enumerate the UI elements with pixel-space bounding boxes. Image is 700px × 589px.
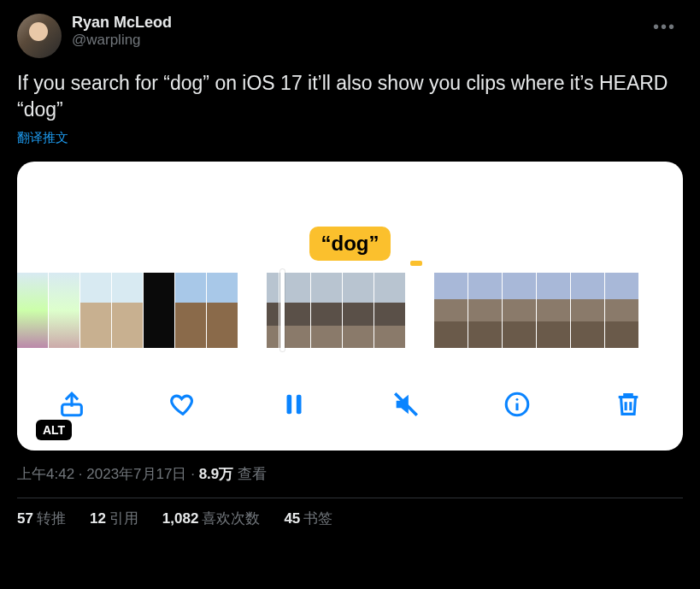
clip-thumbnail-group[interactable] xyxy=(17,273,238,348)
display-name: Ryan McLeod xyxy=(72,14,172,32)
stats-row: 57转推 12引用 1,082喜欢次数 45书签 xyxy=(17,509,683,528)
video-frame xyxy=(49,273,79,348)
video-toolbar xyxy=(17,387,683,421)
bookmarks-stat[interactable]: 45书签 xyxy=(284,509,332,528)
video-frame xyxy=(17,273,48,348)
trash-icon[interactable] xyxy=(611,387,645,421)
video-frame xyxy=(311,273,342,348)
heart-icon[interactable] xyxy=(166,387,200,421)
tweet-text: If you search for “dog” on iOS 17 it’ll … xyxy=(17,70,683,123)
video-frame xyxy=(605,273,638,348)
author-info[interactable]: Ryan McLeod @warpling xyxy=(72,14,172,49)
quotes-stat[interactable]: 12引用 xyxy=(90,509,138,528)
tweet-date[interactable]: 2023年7月17日 xyxy=(86,466,186,482)
video-frame xyxy=(503,273,536,348)
svg-rect-2 xyxy=(297,395,302,415)
clip-thumbnail-group[interactable] xyxy=(267,273,405,348)
alt-badge[interactable]: ALT xyxy=(36,420,72,440)
video-frame xyxy=(80,273,111,348)
svg-point-5 xyxy=(515,398,518,401)
video-frame xyxy=(571,273,604,348)
more-icon[interactable]: ••• xyxy=(646,14,683,40)
video-frame xyxy=(267,273,279,348)
retweets-stat[interactable]: 57转推 xyxy=(17,509,66,528)
video-frame xyxy=(537,273,570,348)
tweet-container: Ryan McLeod @warpling ••• If you search … xyxy=(0,0,700,528)
video-frame xyxy=(112,273,143,348)
video-frame xyxy=(374,273,405,348)
avatar[interactable] xyxy=(17,14,62,58)
views-count: 8.9万 xyxy=(199,466,234,482)
svg-rect-1 xyxy=(287,395,292,415)
video-frame xyxy=(175,273,206,348)
video-frame xyxy=(343,273,374,348)
pause-icon[interactable] xyxy=(277,387,311,421)
video-frame xyxy=(468,273,502,348)
tweet-header: Ryan McLeod @warpling ••• xyxy=(17,14,683,58)
divider xyxy=(17,498,683,498)
likes-stat[interactable]: 1,082喜欢次数 xyxy=(162,509,261,528)
share-icon[interactable] xyxy=(55,387,89,421)
info-icon[interactable] xyxy=(500,387,534,421)
tweet-time[interactable]: 上午4:42 xyxy=(17,466,74,482)
playhead[interactable] xyxy=(280,269,285,351)
caption-marker xyxy=(410,261,422,266)
views-label: 查看 xyxy=(233,466,267,482)
caption-bubble: “dog” xyxy=(309,227,391,261)
handle: @warpling xyxy=(72,32,172,49)
media-card[interactable]: “dog” xyxy=(17,162,683,451)
video-frame xyxy=(434,273,468,348)
video-timeline[interactable] xyxy=(17,273,683,348)
mute-icon[interactable] xyxy=(389,387,423,421)
video-frame xyxy=(207,273,238,348)
tweet-meta: 上午4:42 · 2023年7月17日 · 8.9万 查看 xyxy=(17,464,683,484)
clip-thumbnail-group[interactable] xyxy=(434,273,638,348)
translate-link[interactable]: 翻译推文 xyxy=(17,130,683,146)
video-frame xyxy=(144,273,174,348)
